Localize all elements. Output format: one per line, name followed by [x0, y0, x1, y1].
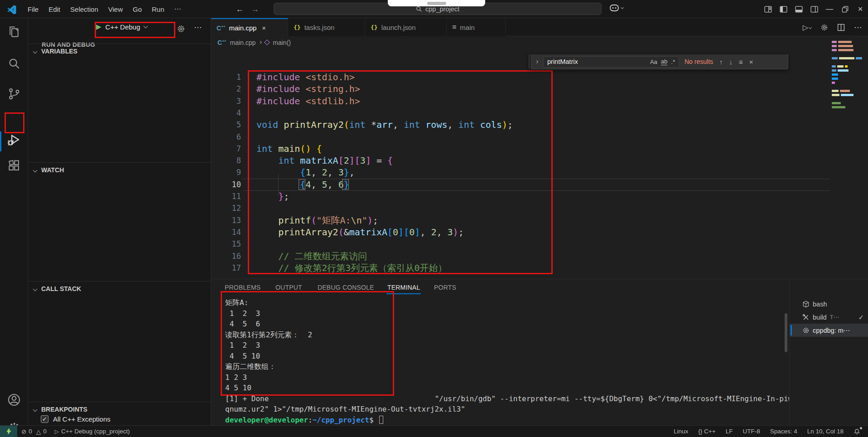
breakpoint-item[interactable]: ✓ All C++ Exceptions: [41, 415, 111, 423]
check-icon: ✓: [858, 314, 864, 321]
extensions-icon[interactable]: [6, 157, 22, 174]
minimize-button[interactable]: —: [822, 0, 837, 18]
minimap-bar: [839, 57, 854, 59]
menu-item-more[interactable]: ⋯: [169, 3, 186, 15]
find-input[interactable]: printMatrix Aa ab .*: [543, 56, 679, 68]
terminal-line: developer@developer:~/cpp_project$: [225, 415, 383, 425]
copilot-button[interactable]: [610, 4, 623, 11]
toggle-primary-sidebar-icon[interactable]: [776, 0, 791, 18]
explorer-icon[interactable]: [6, 24, 22, 40]
line-number: 17: [211, 263, 241, 272]
debug-status[interactable]: ▷ C++ Debug (cpp_project): [51, 426, 134, 437]
find-prev-icon[interactable]: ↑: [719, 58, 723, 66]
section-label: WATCH: [41, 166, 64, 174]
source-control-icon[interactable]: [6, 86, 22, 102]
line-number: 9: [211, 168, 241, 177]
panel-tab-debug-console[interactable]: DEBUG CONSOLE: [318, 284, 374, 291]
find-query[interactable]: printMatrix: [547, 58, 646, 65]
toggle-secondary-sidebar-icon[interactable]: [806, 0, 822, 18]
whole-word-icon[interactable]: ab: [661, 58, 667, 65]
customize-layout-icon[interactable]: [760, 0, 776, 18]
minimap-bar: [840, 90, 850, 92]
nav-back-icon[interactable]: ←: [236, 5, 244, 14]
find-in-selection-icon[interactable]: ≡: [739, 58, 743, 66]
chevron-down-icon: [33, 168, 38, 172]
terminal-item-label: bash: [813, 301, 827, 308]
regex-icon[interactable]: .*: [671, 58, 675, 65]
sidebar-section-breakpoints[interactable]: BREAKPOINTS: [28, 402, 211, 413]
tab-tasks-json[interactable]: {}tasks.json: [288, 18, 365, 36]
terminal-item-cppdbg[interactable]: cppdbg: m⋯: [790, 324, 868, 337]
editor-gear-icon[interactable]: [820, 24, 828, 31]
problems-status[interactable]: ⊘0 △0: [17, 426, 51, 437]
find-next-icon[interactable]: ↓: [729, 58, 733, 66]
terminal-scrollbar[interactable]: [785, 313, 787, 352]
find-widget-grip[interactable]: [529, 54, 532, 69]
minimap-row: [832, 60, 864, 64]
status-item-ln-10-col-18[interactable]: Ln 10, Col 18: [803, 426, 848, 437]
restore-button[interactable]: [837, 0, 853, 18]
status-item-spaces-4[interactable]: Spaces: 4: [766, 426, 801, 437]
annotation-debug-icon: [5, 112, 24, 133]
breadcrumb-file[interactable]: main.cpp: [230, 39, 256, 46]
run-and-debug-icon[interactable]: [6, 131, 22, 148]
find-close-icon[interactable]: ×: [749, 58, 753, 66]
terminal-cursor[interactable]: [379, 416, 383, 424]
copilot-icon: [610, 4, 619, 11]
editor-more-actions[interactable]: ⋯: [854, 23, 862, 32]
debug-settings-gear-icon[interactable]: [177, 24, 185, 33]
tab-launch-json[interactable]: {}launch.json: [365, 18, 447, 36]
minimap-bar: [832, 73, 838, 76]
menu-item-file[interactable]: File: [23, 4, 43, 15]
sidebar-section-watch[interactable]: WATCH: [28, 162, 211, 174]
bell-icon[interactable]: [849, 426, 864, 437]
split-editor-icon[interactable]: [837, 24, 845, 31]
line-number: 8: [211, 156, 241, 165]
line-number: 15: [211, 239, 241, 248]
search-view-icon[interactable]: [6, 55, 22, 72]
line-number: 10: [211, 180, 241, 189]
panel-tab-problems[interactable]: PROBLEMS: [225, 284, 260, 291]
status-item-utf-8[interactable]: UTF-8: [738, 426, 764, 437]
sidebar-section-variables[interactable]: VARIABLES: [28, 44, 211, 55]
panel-tab-output[interactable]: OUTPUT: [275, 284, 302, 291]
minimap-bar: [856, 57, 862, 59]
terminal-item-build[interactable]: buildT⋯✓: [790, 311, 868, 324]
sidebar-more-actions[interactable]: ⋯: [194, 23, 202, 32]
exceptions-checkbox[interactable]: ✓: [41, 415, 48, 423]
menu-item-run[interactable]: Run: [147, 4, 169, 15]
cpp-file-icon: C++: [217, 39, 226, 46]
account-icon[interactable]: [6, 392, 22, 408]
minimap-row: [832, 85, 864, 89]
remote-indicator[interactable]: [0, 426, 17, 437]
run-file-button[interactable]: ▷: [803, 23, 811, 32]
sidebar-section-call-stack[interactable]: CALL STACK: [28, 281, 211, 292]
breadcrumb-symbol[interactable]: main(): [273, 39, 291, 46]
tab-main-cpp[interactable]: C++main.cpp×: [211, 18, 288, 37]
terminal-item-label: build: [813, 314, 827, 321]
cpp-file-icon: C++: [217, 24, 225, 32]
menu-item-selection[interactable]: Selection: [65, 4, 103, 15]
chevron-down-icon: [33, 407, 38, 412]
status-item-linux[interactable]: Linux: [670, 426, 692, 437]
close-button[interactable]: ×: [853, 0, 868, 18]
minimap-bar: [832, 65, 836, 68]
tab-close-icon[interactable]: ×: [262, 24, 266, 32]
section-label: BREAKPOINTS: [41, 406, 87, 413]
menu-item-edit[interactable]: Edit: [43, 4, 65, 15]
panel-tab-ports[interactable]: PORTS: [434, 284, 456, 291]
tab-label: tasks.json: [304, 24, 335, 31]
menu-item-go[interactable]: Go: [128, 4, 147, 15]
terminal-item-bash[interactable]: bash: [790, 297, 868, 311]
toggle-panel-icon[interactable]: [791, 0, 806, 18]
status-item--c-[interactable]: {} C++: [694, 426, 719, 437]
status-item-lf[interactable]: LF: [722, 426, 737, 437]
menu-item-view[interactable]: View: [103, 4, 128, 15]
toggle-replace-chevron[interactable]: [535, 60, 538, 63]
minimap[interactable]: [832, 40, 864, 109]
panel-tab-terminal[interactable]: TERMINAL: [387, 284, 420, 291]
minimap-bar: [832, 78, 838, 80]
match-case-icon[interactable]: Aa: [650, 58, 657, 65]
nav-forward-icon[interactable]: →: [251, 5, 259, 14]
tab-main[interactable]: ≡main: [447, 18, 506, 36]
